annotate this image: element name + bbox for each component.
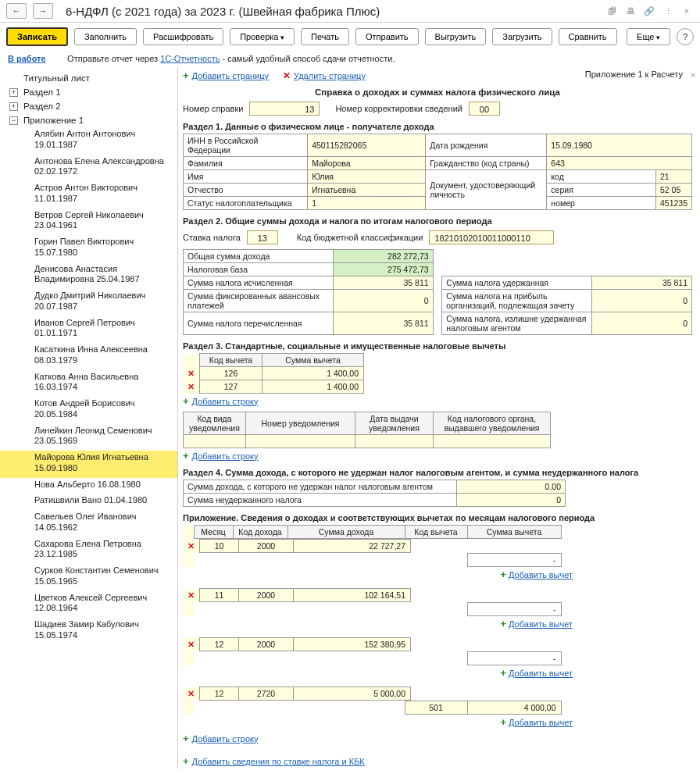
tree-leaf[interactable]: Нова Альберто 16.08.1980 bbox=[0, 478, 177, 494]
s3-add-row[interactable]: +Добавить строку bbox=[183, 395, 692, 407]
add-deduct[interactable]: Добавить вычет bbox=[509, 619, 573, 629]
s3-add-row2[interactable]: +Добавить строку bbox=[183, 450, 692, 462]
cell[interactable] bbox=[184, 435, 246, 448]
kbk-field[interactable]: 18210102010011000110 bbox=[429, 230, 554, 244]
income-code-cell[interactable]: 2000 bbox=[239, 638, 294, 651]
send-button[interactable]: Отправить bbox=[355, 28, 419, 45]
deduct-code-cell[interactable]: 501 bbox=[405, 701, 467, 715]
tree-leaf[interactable]: Линейкин Леонид Семенович 23.05.1969 bbox=[0, 424, 177, 451]
add-deduct[interactable]: Добавить вычет bbox=[509, 570, 573, 580]
app-add-row[interactable]: +Добавить строку bbox=[183, 733, 692, 744]
cell[interactable] bbox=[246, 435, 355, 448]
month-cell[interactable]: 12 bbox=[200, 687, 239, 701]
tree-leaf[interactable]: Астров Антон Викторович 11.01.1987 bbox=[0, 181, 177, 209]
more-button[interactable]: Еще bbox=[627, 28, 670, 45]
s2-r5v[interactable]: 35 811 bbox=[333, 312, 433, 335]
decode-button[interactable]: Расшифровать bbox=[143, 28, 223, 45]
tree-leaf[interactable]: Каткова Анна Васильевна 16.03.1974 bbox=[0, 370, 177, 398]
help-button[interactable]: ? bbox=[677, 28, 694, 45]
toggle-icon[interactable]: + bbox=[9, 88, 18, 97]
inn-field[interactable]: 450115282065 bbox=[308, 134, 426, 157]
toggle-icon[interactable]: + bbox=[9, 102, 18, 111]
delete-row[interactable]: ✕ bbox=[183, 367, 200, 380]
tree-leaf[interactable]: Денисова Анастасия Владимировна 25.04.19… bbox=[0, 262, 177, 290]
tree-leaf[interactable]: Котов Андрей Борисович 20.05.1984 bbox=[0, 397, 177, 424]
forward-button[interactable]: → bbox=[33, 3, 53, 19]
tree-leaf[interactable]: Сурков Константин Семенович 15.05.1965 bbox=[0, 564, 177, 591]
menu-icon[interactable]: ⋮ bbox=[661, 4, 675, 18]
tree-leaf[interactable]: Горин Павел Викторович 15.07.1980 bbox=[0, 235, 177, 262]
s2-r4v2[interactable]: 0 bbox=[592, 290, 692, 312]
s2-r4v[interactable]: 0 bbox=[333, 290, 433, 312]
ref-num-field[interactable]: 13 bbox=[249, 102, 320, 116]
tree-leaf[interactable]: Сахарова Елена Петровна 23.12.1985 bbox=[0, 537, 177, 565]
chevron-icon[interactable]: » bbox=[691, 70, 695, 79]
delete-row[interactable]: ✕ bbox=[183, 687, 200, 701]
patr-field[interactable]: Игнатьевна bbox=[308, 184, 426, 197]
tree-leaf[interactable]: Дудко Дмитрий Николаевич 20.07.1987 bbox=[0, 289, 177, 316]
ser-field[interactable]: 52 05 bbox=[655, 184, 691, 197]
fam-field[interactable]: Майорова bbox=[308, 157, 426, 170]
tree-leaf[interactable]: Антонова Елена Александровна 02.02.1972 bbox=[0, 155, 177, 182]
tree-leaf[interactable]: Савельев Олег Иванович 14.05.1962 bbox=[0, 510, 177, 537]
income-sum-cell[interactable]: 5 000,00 bbox=[294, 687, 411, 701]
s2-r3v2[interactable]: 35 811 bbox=[592, 276, 692, 290]
tree-leaf[interactable]: Цветков Алексей Сергеевич 12.08.1964 bbox=[0, 591, 177, 619]
tree-title-sheet[interactable]: Титульный лист bbox=[0, 71, 177, 85]
deduct-code[interactable]: 126 bbox=[200, 367, 262, 380]
s2-r1v[interactable]: 282 272,73 bbox=[333, 250, 433, 263]
tree-leaf[interactable]: Иванов Сергей Петрович 01.01.1971 bbox=[0, 316, 177, 344]
tree-leaf[interactable]: Ратишвили Вано 01.04.1980 bbox=[0, 494, 177, 510]
add-kbk[interactable]: +Добавить сведения по ставке налога и КБ… bbox=[183, 755, 692, 767]
delete-row[interactable]: ✕ bbox=[183, 540, 200, 553]
income-code-cell[interactable]: 2720 bbox=[239, 687, 294, 701]
status-field[interactable]: 1 bbox=[308, 197, 426, 210]
tree-leaf[interactable]: Шадиев Замир Кабулович 15.05.1974 bbox=[0, 618, 177, 645]
tree-leaf[interactable]: Ветров Сергей Николаевич 23.04.1961 bbox=[0, 209, 177, 236]
income-sum-cell[interactable]: 22 727,27 bbox=[294, 540, 411, 553]
delete-page[interactable]: ✕Удалить страницу bbox=[283, 70, 366, 81]
add-page[interactable]: +Добавить страницу bbox=[183, 70, 269, 81]
birth-field[interactable]: 15.09.1980 bbox=[547, 134, 692, 157]
tree-section1[interactable]: +Раздел 1 bbox=[0, 85, 177, 99]
fill-button[interactable]: Заполнить bbox=[74, 28, 137, 45]
cell[interactable] bbox=[355, 435, 434, 448]
tree-appendix1[interactable]: −Приложение 1 bbox=[0, 113, 177, 127]
month-cell[interactable]: 11 bbox=[200, 589, 239, 602]
income-code-cell[interactable]: 2000 bbox=[239, 589, 294, 602]
s2-r5v2[interactable]: 0 bbox=[592, 312, 692, 335]
num-field[interactable]: 451235 bbox=[655, 197, 691, 210]
add-deduct[interactable]: Добавить вычет bbox=[509, 718, 573, 727]
name-field[interactable]: Юлия bbox=[308, 170, 426, 184]
tree-leaf[interactable]: Майорова Юлия Игнатьевна 15.09.1980 bbox=[0, 451, 177, 478]
deduct-sum[interactable]: 1 400,00 bbox=[262, 367, 364, 380]
cell[interactable] bbox=[434, 435, 551, 448]
link-icon[interactable]: 🔗 bbox=[642, 4, 656, 18]
write-button[interactable]: Записать bbox=[6, 27, 68, 46]
month-cell[interactable]: 12 bbox=[200, 638, 239, 651]
month-cell[interactable]: 10 bbox=[200, 540, 239, 553]
citizen-field[interactable]: 643 bbox=[547, 157, 692, 170]
s4-r2v[interactable]: 0 bbox=[457, 494, 566, 507]
corr-field[interactable]: 00 bbox=[469, 102, 500, 116]
status-1c-link[interactable]: 1С-Отчетность bbox=[160, 54, 220, 63]
income-sum-cell[interactable]: 102 164,51 bbox=[294, 589, 411, 602]
rate-field[interactable]: 13 bbox=[247, 230, 278, 244]
close-icon[interactable]: × bbox=[680, 4, 694, 18]
s2-r2v[interactable]: 275 472,73 bbox=[333, 263, 433, 276]
back-button[interactable]: ← bbox=[6, 3, 27, 19]
income-sum-cell[interactable]: 152 380,95 bbox=[294, 638, 411, 651]
check-button[interactable]: Проверка bbox=[230, 28, 295, 45]
tree-leaf[interactable]: Алябин Антон Антонович 19.01.1987 bbox=[0, 127, 177, 155]
deduct-sum-cell[interactable]: 4 000,00 bbox=[467, 701, 561, 715]
status-in-work[interactable]: В работе bbox=[8, 54, 46, 63]
tree-section2[interactable]: +Раздел 2 bbox=[0, 99, 177, 113]
delete-row[interactable]: ✕ bbox=[183, 380, 200, 394]
code-field[interactable]: 21 bbox=[655, 170, 691, 184]
delete-row[interactable]: ✕ bbox=[183, 638, 200, 651]
compare-button[interactable]: Сравнить bbox=[559, 28, 617, 45]
clip-icon[interactable]: 🗐 bbox=[605, 4, 619, 18]
deduct-sum[interactable]: 1 400,00 bbox=[262, 380, 364, 394]
s4-r1v[interactable]: 0,00 bbox=[457, 480, 566, 494]
export-button[interactable]: Выгрузить bbox=[425, 28, 487, 45]
